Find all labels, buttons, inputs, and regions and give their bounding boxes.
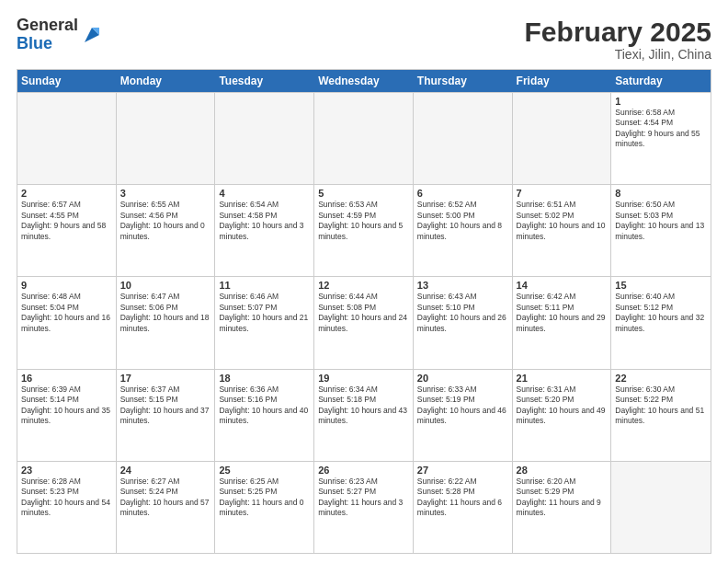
calendar-cell [17,93,117,184]
weekday-header: Friday [513,70,612,92]
calendar-cell: 20Sunrise: 6:33 AM Sunset: 5:19 PM Dayli… [414,370,513,461]
day-number: 7 [517,188,608,199]
day-info: Sunrise: 6:40 AM Sunset: 5:12 PM Dayligh… [615,292,707,334]
day-number: 6 [417,188,508,199]
calendar-cell [215,93,314,184]
calendar-cell: 15Sunrise: 6:40 AM Sunset: 5:12 PM Dayli… [611,277,711,368]
day-info: Sunrise: 6:50 AM Sunset: 5:03 PM Dayligh… [615,200,707,242]
day-info: Sunrise: 6:28 AM Sunset: 5:23 PM Dayligh… [21,477,112,519]
day-info: Sunrise: 6:25 AM Sunset: 5:25 PM Dayligh… [219,477,310,519]
calendar-cell: 10Sunrise: 6:47 AM Sunset: 5:06 PM Dayli… [117,277,216,368]
day-info: Sunrise: 6:23 AM Sunset: 5:27 PM Dayligh… [318,477,409,519]
calendar-cell: 8Sunrise: 6:50 AM Sunset: 5:03 PM Daylig… [611,185,711,276]
calendar-cell: 9Sunrise: 6:48 AM Sunset: 5:04 PM Daylig… [17,277,117,368]
day-number: 3 [120,188,211,199]
calendar-cell: 27Sunrise: 6:22 AM Sunset: 5:28 PM Dayli… [414,462,513,553]
day-number: 23 [21,465,112,476]
logo-text: General Blue [17,17,78,53]
day-number: 28 [517,465,608,476]
logo-icon [81,24,103,46]
calendar-row: 16Sunrise: 6:39 AM Sunset: 5:14 PM Dayli… [17,369,711,461]
weekday-header: Wednesday [314,70,414,92]
day-info: Sunrise: 6:34 AM Sunset: 5:18 PM Dayligh… [318,385,409,427]
calendar: SundayMondayTuesdayWednesdayThursdayFrid… [17,69,711,554]
day-info: Sunrise: 6:20 AM Sunset: 5:29 PM Dayligh… [517,477,608,519]
calendar-cell [513,93,612,184]
day-info: Sunrise: 6:27 AM Sunset: 5:24 PM Dayligh… [120,477,211,519]
day-info: Sunrise: 6:43 AM Sunset: 5:10 PM Dayligh… [417,292,508,334]
page: General Blue February 2025 Tiexi, Jilin,… [0,0,728,563]
calendar-row: 2Sunrise: 6:57 AM Sunset: 4:55 PM Daylig… [17,184,711,276]
weekday-header: Tuesday [215,70,314,92]
calendar-cell: 6Sunrise: 6:52 AM Sunset: 5:00 PM Daylig… [414,185,513,276]
calendar-cell: 3Sunrise: 6:55 AM Sunset: 4:56 PM Daylig… [117,185,216,276]
calendar-cell: 12Sunrise: 6:44 AM Sunset: 5:08 PM Dayli… [314,277,414,368]
day-number: 19 [318,373,409,384]
day-number: 13 [417,280,508,291]
day-info: Sunrise: 6:48 AM Sunset: 5:04 PM Dayligh… [21,292,112,334]
day-info: Sunrise: 6:30 AM Sunset: 5:22 PM Dayligh… [615,385,707,427]
calendar-body: 1Sunrise: 6:58 AM Sunset: 4:54 PM Daylig… [17,92,711,553]
calendar-cell: 5Sunrise: 6:53 AM Sunset: 4:59 PM Daylig… [314,185,414,276]
day-info: Sunrise: 6:54 AM Sunset: 4:58 PM Dayligh… [219,200,310,242]
calendar-cell: 11Sunrise: 6:46 AM Sunset: 5:07 PM Dayli… [215,277,314,368]
day-number: 8 [615,188,707,199]
header: General Blue February 2025 Tiexi, Jilin,… [17,17,711,62]
day-number: 26 [318,465,409,476]
calendar-cell: 26Sunrise: 6:23 AM Sunset: 5:27 PM Dayli… [314,462,414,553]
calendar-cell: 7Sunrise: 6:51 AM Sunset: 5:02 PM Daylig… [513,185,612,276]
day-number: 20 [417,373,508,384]
calendar-cell: 24Sunrise: 6:27 AM Sunset: 5:24 PM Dayli… [117,462,216,553]
logo-blue: Blue [17,34,52,52]
day-info: Sunrise: 6:52 AM Sunset: 5:00 PM Dayligh… [417,200,508,242]
day-number: 17 [120,373,211,384]
calendar-cell: 13Sunrise: 6:43 AM Sunset: 5:10 PM Dayli… [414,277,513,368]
logo: General Blue [17,17,103,53]
day-info: Sunrise: 6:39 AM Sunset: 5:14 PM Dayligh… [21,385,112,427]
calendar-cell: 14Sunrise: 6:42 AM Sunset: 5:11 PM Dayli… [513,277,612,368]
day-info: Sunrise: 6:37 AM Sunset: 5:15 PM Dayligh… [120,385,211,427]
day-number: 11 [219,280,310,291]
day-number: 24 [120,465,211,476]
calendar-cell: 22Sunrise: 6:30 AM Sunset: 5:22 PM Dayli… [611,370,711,461]
calendar-cell: 17Sunrise: 6:37 AM Sunset: 5:15 PM Dayli… [117,370,216,461]
day-number: 21 [517,373,608,384]
calendar-cell: 23Sunrise: 6:28 AM Sunset: 5:23 PM Dayli… [17,462,117,553]
day-number: 5 [318,188,409,199]
calendar-row: 23Sunrise: 6:28 AM Sunset: 5:23 PM Dayli… [17,461,711,553]
calendar-cell [414,93,513,184]
day-number: 10 [120,280,211,291]
weekday-header: Thursday [414,70,513,92]
calendar-cell: 4Sunrise: 6:54 AM Sunset: 4:58 PM Daylig… [215,185,314,276]
day-number: 14 [517,280,608,291]
calendar-cell [117,93,216,184]
calendar-cell: 28Sunrise: 6:20 AM Sunset: 5:29 PM Dayli… [513,462,612,553]
day-number: 16 [21,373,112,384]
calendar-cell [611,462,711,553]
month-title: February 2025 [525,17,711,47]
location: Tiexi, Jilin, China [525,47,711,62]
calendar-row: 9Sunrise: 6:48 AM Sunset: 5:04 PM Daylig… [17,276,711,368]
day-info: Sunrise: 6:51 AM Sunset: 5:02 PM Dayligh… [517,200,608,242]
day-number: 9 [21,280,112,291]
calendar-cell: 18Sunrise: 6:36 AM Sunset: 5:16 PM Dayli… [215,370,314,461]
calendar-cell [314,93,414,184]
day-number: 1 [615,96,707,107]
calendar-cell: 19Sunrise: 6:34 AM Sunset: 5:18 PM Dayli… [314,370,414,461]
logo-general: General [17,16,78,34]
day-info: Sunrise: 6:46 AM Sunset: 5:07 PM Dayligh… [219,292,310,334]
day-info: Sunrise: 6:33 AM Sunset: 5:19 PM Dayligh… [417,385,508,427]
day-number: 2 [21,188,112,199]
day-info: Sunrise: 6:55 AM Sunset: 4:56 PM Dayligh… [120,200,211,242]
weekday-header: Sunday [17,70,117,92]
calendar-cell: 21Sunrise: 6:31 AM Sunset: 5:20 PM Dayli… [513,370,612,461]
day-info: Sunrise: 6:44 AM Sunset: 5:08 PM Dayligh… [318,292,409,334]
weekday-header: Saturday [611,70,711,92]
calendar-row: 1Sunrise: 6:58 AM Sunset: 4:54 PM Daylig… [17,92,711,184]
day-info: Sunrise: 6:47 AM Sunset: 5:06 PM Dayligh… [120,292,211,334]
day-info: Sunrise: 6:31 AM Sunset: 5:20 PM Dayligh… [517,385,608,427]
day-number: 25 [219,465,310,476]
day-info: Sunrise: 6:22 AM Sunset: 5:28 PM Dayligh… [417,477,508,519]
day-info: Sunrise: 6:36 AM Sunset: 5:16 PM Dayligh… [219,385,310,427]
calendar-header: SundayMondayTuesdayWednesdayThursdayFrid… [17,70,711,92]
